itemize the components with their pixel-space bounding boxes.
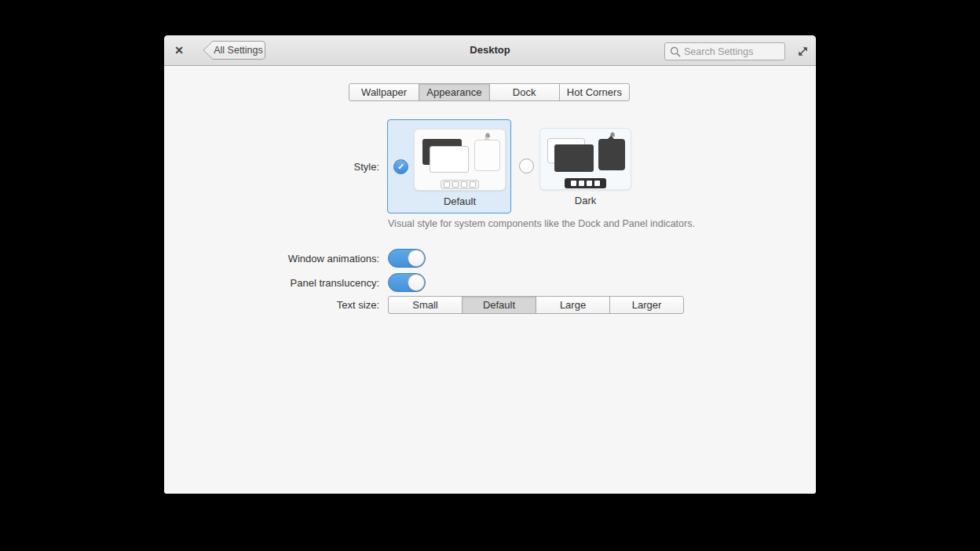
dark-preview-column: Dark [539,119,631,206]
preview-window-front [430,146,469,173]
window-animations-label: Window animations: [164,252,379,265]
dock-app-square [452,181,459,188]
dark-option-caption: Dark [575,195,596,206]
preview-notification-card [474,140,500,171]
dock-app-square [579,181,584,186]
category-tabbar: Wallpaper Appearance Dock Hot Corners [349,83,630,101]
text-size-default[interactable]: Default [463,297,536,313]
maximize-button[interactable] [795,43,810,59]
settings-window: ✕ All Settings Desktop [164,35,816,494]
preview-dock [565,178,606,188]
search-input[interactable] [684,46,770,57]
tab-appearance[interactable]: Appearance [419,84,489,100]
preview-dock [441,180,479,189]
dock-app-square [444,181,450,188]
default-style-preview [414,129,506,191]
text-size-larger[interactable]: Larger [610,297,683,313]
text-size-segmented-control: Small Default Large Larger [388,296,684,314]
text-size-large[interactable]: Large [536,297,610,313]
preview-notification-card [598,139,625,170]
check-icon: ✓ [397,162,404,172]
dark-style-preview [539,128,631,190]
text-size-label: Text size: [164,298,379,312]
style-option-default[interactable]: ✓ Default [387,119,511,213]
tab-dock[interactable]: Dock [490,84,560,100]
default-preview-column: Default [414,120,506,207]
style-description: Visual style for system components like … [388,218,718,229]
window-animations-toggle[interactable] [388,249,426,268]
radio-dark-unchecked[interactable] [519,159,534,173]
dock-app-square [594,181,600,186]
tab-hot-corners[interactable]: Hot Corners [560,84,629,100]
dock-app-square [461,181,467,188]
panel-translucency-toggle[interactable] [388,273,426,292]
toggle-knob [408,274,425,291]
radio-default-checked[interactable]: ✓ [393,159,408,174]
header-bar: ✕ All Settings Desktop [164,35,816,66]
dock-app-square [587,181,592,186]
search-box[interactable] [664,42,785,60]
panel-translucency-label: Panel translucency: [164,276,379,290]
style-label: Style: [164,160,379,173]
dock-app-square [571,181,576,186]
preview-window-front [554,144,594,172]
dock-app-square [470,181,476,188]
resize-diagonal-icon [796,45,810,58]
default-option-caption: Default [444,195,476,207]
text-size-small[interactable]: Small [389,297,463,313]
toggle-knob [408,250,425,267]
tab-wallpaper[interactable]: Wallpaper [349,84,419,100]
style-option-dark[interactable]: Dark [519,119,631,213]
search-icon [670,46,681,57]
